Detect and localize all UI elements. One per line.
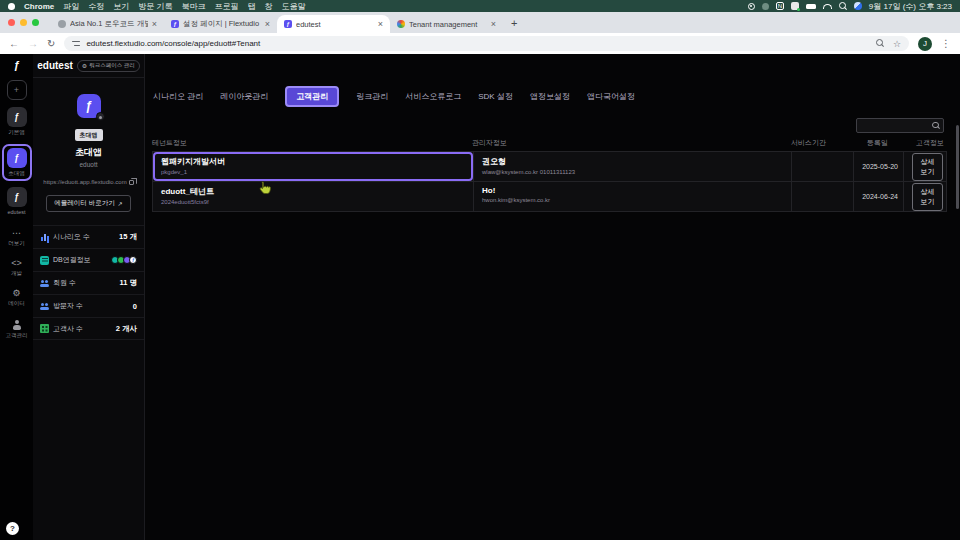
tab-app-i18n-settings[interactable]: 앱다국어설정 bbox=[587, 91, 635, 102]
rail-app-invite-selected[interactable]: ƒ 초대앱 bbox=[2, 144, 32, 181]
tab-sdk-settings[interactable]: SDK 설정 bbox=[478, 91, 513, 102]
browser-toolbar: ← → ↻ edutest.flextudio.com/console/app/… bbox=[0, 33, 960, 54]
tab-close-icon[interactable]: × bbox=[378, 20, 383, 29]
menubar-clock[interactable]: 9월 17일 (수) 오후 3:23 bbox=[869, 1, 952, 12]
bookmark-star-icon[interactable]: ☆ bbox=[893, 39, 901, 49]
basic-app-icon[interactable]: ƒ bbox=[7, 107, 27, 127]
status-dot-icon[interactable] bbox=[762, 3, 769, 10]
emulator-shortcut-button[interactable]: 에뮬레이터 바로가기 ↗ bbox=[46, 195, 130, 212]
rail-more[interactable]: ⋯ 더보기 bbox=[8, 228, 25, 247]
app-url-row: https://eduott.app.flextudio.com bbox=[33, 179, 144, 185]
tenant-cell-highlighted[interactable]: 웹패키지개발서버 pkgdev_1 bbox=[153, 152, 473, 181]
stat-customer-count: 고객사 수 2 개사 bbox=[33, 317, 144, 340]
menu-chrome[interactable]: Chrome bbox=[24, 2, 54, 11]
table-row[interactable]: 웹패키지개발서버 pkgdev_1 권오형 wlaw@ksystem.co.kr… bbox=[152, 151, 947, 182]
menu-edit[interactable]: 수정 bbox=[88, 1, 104, 12]
apple-logo-icon[interactable] bbox=[8, 3, 15, 10]
menu-view[interactable]: 보기 bbox=[113, 1, 129, 12]
menu-window[interactable]: 창 bbox=[264, 1, 272, 12]
service-period-cell bbox=[791, 152, 853, 181]
menu-profiles[interactable]: 프로필 bbox=[214, 1, 238, 12]
browser-tab-settings-page[interactable]: ƒ 설정 페이지 | Flextudio × bbox=[164, 15, 277, 33]
copy-url-icon[interactable] bbox=[129, 180, 134, 185]
page-scrollbar[interactable] bbox=[956, 125, 959, 209]
service-period-cell bbox=[791, 182, 853, 211]
back-button[interactable]: ← bbox=[9, 39, 19, 49]
forward-button[interactable]: → bbox=[28, 39, 38, 49]
menu-history[interactable]: 방문 기록 bbox=[138, 1, 172, 12]
invite-app-icon[interactable]: ƒ bbox=[7, 148, 27, 168]
webpage: ƒ + ƒ 기본앱 ƒ 초대앱 ƒ edutest ⋯ 더보기 <> bbox=[0, 54, 960, 540]
db-flex-icon[interactable]: f bbox=[129, 256, 137, 264]
col-admin-info: 관리자정보 bbox=[472, 138, 790, 148]
address-bar[interactable]: edutest.flextudio.com/console/app/eduott… bbox=[64, 36, 909, 51]
tab-close-icon[interactable]: × bbox=[491, 20, 496, 29]
people-icon bbox=[40, 302, 49, 311]
tenant-cell[interactable]: eduott_테넌트 2024eduott5fcts9f bbox=[153, 182, 473, 211]
screen-record-icon[interactable] bbox=[748, 3, 755, 10]
browser-tab-tenant-management[interactable]: Tenant management × bbox=[390, 15, 503, 33]
menu-help[interactable]: 도움말 bbox=[281, 1, 305, 12]
battery-icon[interactable] bbox=[806, 4, 816, 9]
help-button[interactable]: ? bbox=[6, 522, 19, 535]
register-date-cell: 2025-05-20 bbox=[853, 152, 903, 181]
building-icon bbox=[40, 324, 49, 333]
rail-app-edutest[interactable]: ƒ edutest bbox=[7, 187, 27, 215]
col-register-date: 등록일 bbox=[852, 138, 902, 148]
rail-data[interactable]: ⚙ 데이터 bbox=[8, 288, 25, 307]
database-icon bbox=[40, 256, 49, 265]
site-info-icon[interactable] bbox=[72, 40, 80, 47]
zoom-window-button[interactable] bbox=[32, 19, 39, 26]
tab-service-error-log[interactable]: 서비스오류로그 bbox=[405, 91, 461, 102]
wifi-icon[interactable] bbox=[823, 4, 832, 9]
col-customer-info: 고객정보 bbox=[902, 138, 947, 148]
rail-develop[interactable]: <> 개발 bbox=[11, 258, 22, 277]
tenant-search[interactable] bbox=[856, 118, 944, 133]
customer-info-cell: 상세보기 bbox=[903, 152, 946, 181]
tab-close-icon[interactable]: × bbox=[265, 20, 270, 29]
tab-close-icon[interactable]: × bbox=[152, 20, 157, 29]
menu-bookmarks[interactable]: 북마크 bbox=[181, 1, 205, 12]
browser-tabstrip: Asia No.1 로우코드 개발 플랫폼 | × ƒ 설정 페이지 | Fle… bbox=[0, 12, 960, 33]
tab-scenario[interactable]: 시나리오 관리 bbox=[153, 91, 203, 102]
admin-cell: 권오형 wlaw@ksystem.co.kr 01011311123 bbox=[473, 152, 791, 181]
tenant-search-input[interactable] bbox=[860, 122, 932, 129]
tab-layout[interactable]: 레이아웃관리 bbox=[220, 91, 268, 102]
url-text: edutest.flextudio.com/console/app/eduott… bbox=[86, 39, 260, 48]
screen: Chrome 파일 수정 보기 방문 기록 북마크 프로필 탭 창 도움말 N … bbox=[0, 0, 960, 540]
user-switcher-icon[interactable] bbox=[854, 2, 862, 10]
tab-customer-management[interactable]: 고객관리 bbox=[285, 86, 339, 107]
add-app-button[interactable]: + bbox=[7, 80, 27, 100]
minimize-window-button[interactable] bbox=[20, 19, 27, 26]
app-icon-large[interactable]: ƒ bbox=[77, 94, 101, 118]
browser-tab-flextudio-home[interactable]: Asia No.1 로우코드 개발 플랫폼 | × bbox=[51, 15, 164, 33]
profile-avatar[interactable]: J bbox=[918, 37, 932, 51]
rail-customers[interactable]: 고객관리 bbox=[6, 320, 28, 339]
tab-app-info-settings[interactable]: 앱정보설정 bbox=[530, 91, 570, 102]
tenant-table-header: 테넌트정보 관리자정보 서비스기간 등록일 고객정보 bbox=[152, 136, 947, 149]
gear-icon: ⚙ bbox=[82, 62, 87, 69]
detail-view-button[interactable]: 상세보기 bbox=[912, 153, 943, 181]
search-icon[interactable] bbox=[932, 122, 940, 130]
tab-links[interactable]: 링크관리 bbox=[356, 91, 388, 102]
detail-view-button[interactable]: 상세보기 bbox=[912, 183, 943, 211]
app-status-icon[interactable] bbox=[791, 2, 799, 10]
rail-app-basic[interactable]: ƒ 기본앱 bbox=[7, 107, 27, 136]
menu-file[interactable]: 파일 bbox=[63, 1, 79, 12]
edutest-app-icon[interactable]: ƒ bbox=[7, 187, 27, 207]
new-tab-button[interactable]: + bbox=[511, 17, 517, 29]
menu-tab[interactable]: 탭 bbox=[247, 1, 255, 12]
browser-tab-edutest-active[interactable]: ƒ edutest × bbox=[277, 15, 390, 33]
chrome-menu-icon[interactable]: ⋮ bbox=[941, 38, 951, 49]
app-rail: ƒ + ƒ 기본앱 ƒ 초대앱 ƒ edutest ⋯ 더보기 <> bbox=[0, 54, 33, 540]
edit-app-icon-badge[interactable] bbox=[96, 112, 105, 121]
notion-status-icon[interactable]: N bbox=[776, 2, 784, 10]
close-window-button[interactable] bbox=[8, 19, 15, 26]
reload-button[interactable]: ↻ bbox=[47, 39, 55, 49]
spotlight-icon[interactable] bbox=[839, 2, 847, 10]
code-icon: <> bbox=[11, 258, 22, 268]
app-info-panel: edutest ⚙ 워크스페이스 관리 ƒ 초대앱 초대앱 eduott htt… bbox=[33, 54, 145, 540]
search-tabs-icon[interactable] bbox=[876, 39, 885, 48]
workspace-name: edutest bbox=[37, 60, 73, 71]
workspace-manage-button[interactable]: ⚙ 워크스페이스 관리 bbox=[77, 60, 140, 72]
